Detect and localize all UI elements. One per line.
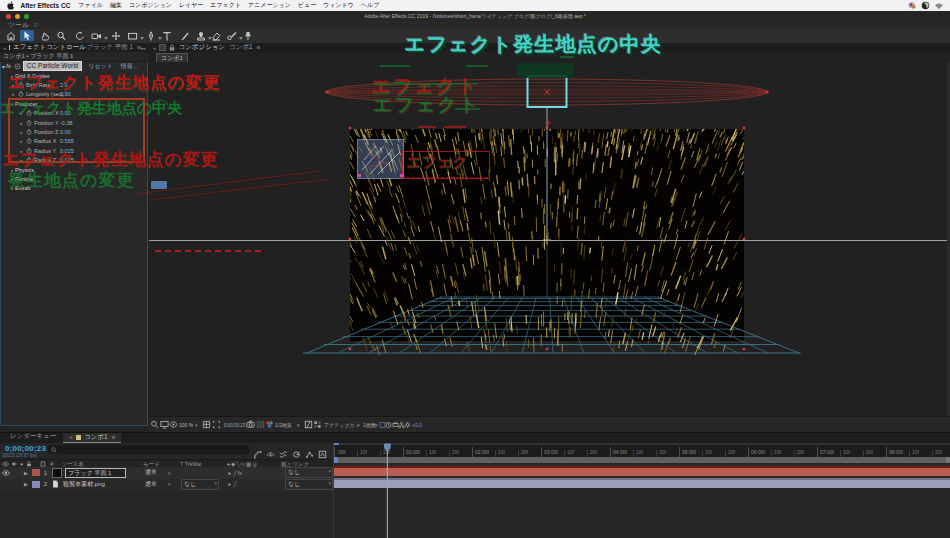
panel-menu-icon[interactable]: ≡ (112, 434, 116, 441)
disclosure-triangle-icon[interactable]: ▸ (19, 111, 24, 116)
layer-name[interactable]: 観覧車素材.png (63, 480, 105, 489)
effect-param-row[interactable]: ▸Radius X0.565 (0, 137, 148, 146)
orbit-tool[interactable] (73, 30, 87, 41)
parent-link-select[interactable]: なし▾ (285, 479, 333, 490)
resolution-select[interactable]: 1/2画質 (275, 422, 292, 429)
puppet-pin-tool[interactable] (241, 30, 255, 41)
camera-tool[interactable] (90, 30, 104, 41)
monitor-icon[interactable] (160, 420, 169, 429)
effect-reset-button[interactable]: リセット (88, 62, 113, 71)
disclosure-triangle-icon[interactable]: ▸ (10, 186, 15, 191)
stopwatch-icon[interactable] (26, 110, 32, 116)
effect-controls-tab-title[interactable]: エフェクトコントロール (13, 43, 86, 52)
disclosure-triangle-icon[interactable]: ▸ (19, 129, 24, 134)
rectangle-tool[interactable] (126, 30, 140, 41)
expand-layer-icon[interactable]: ▶ (24, 470, 28, 476)
effect-param-row[interactable]: ▸Position X0.00 (0, 109, 148, 118)
stopwatch-icon[interactable] (26, 148, 32, 154)
menu-edit[interactable]: 編集 (106, 1, 125, 10)
timeline-comp-tab[interactable]: × コンポ1 ≡ (63, 433, 121, 443)
roto-brush-tool[interactable] (225, 30, 239, 41)
disclosure-triangle-icon[interactable]: ▸ (19, 139, 24, 144)
effect-header-row[interactable]: ▾ fx CC Particle World リセット 情報... (0, 61, 148, 71)
active-camera-select[interactable]: アクティブカ.. (324, 422, 357, 429)
hand-tool[interactable] (39, 30, 53, 41)
stopwatch-icon[interactable] (18, 91, 24, 97)
disclosure-triangle-icon[interactable]: ▸ (19, 148, 24, 153)
always-preview-icon[interactable] (169, 420, 178, 429)
apple-menu-icon[interactable] (7, 1, 16, 11)
effect-group-row[interactable]: ▸Physics (0, 165, 148, 174)
type-tool[interactable] (160, 30, 174, 41)
collapse-effect-icon[interactable]: ▾ (2, 63, 5, 70)
menu-window[interactable]: ウィンドウ (320, 1, 358, 10)
stopwatch-icon[interactable] (26, 138, 32, 144)
panel-overflow-icon[interactable]: ▸▸ (141, 45, 146, 51)
composition-tab-title[interactable]: コンポジション (179, 43, 226, 52)
param-value[interactable]: 0.00 (60, 129, 71, 135)
menu-app-name[interactable]: After Effects CC (16, 2, 75, 9)
layer-label-chip[interactable] (32, 481, 40, 488)
pen-tool[interactable] (144, 30, 158, 41)
disclosure-triangle-icon[interactable]: ▸ (10, 176, 15, 181)
region-of-interest-icon[interactable] (212, 420, 221, 429)
param-value[interactable]: 0.565 (60, 138, 74, 144)
param-value[interactable]: 0.025 (60, 157, 74, 163)
blend-mode-select[interactable]: 通常 (145, 480, 157, 489)
work-area-end-handle[interactable] (946, 457, 950, 463)
effect-param-row[interactable]: ▸Radius Y0.025 (0, 146, 148, 155)
layer-label-chip[interactable] (32, 469, 40, 476)
effect-param-row[interactable]: ▸Position Y-0.38 (0, 118, 148, 127)
menu-view[interactable]: ビュー (294, 1, 319, 10)
disclosure-triangle-icon[interactable]: ▾ (10, 101, 15, 106)
disclosure-triangle-icon[interactable]: ▸ (11, 82, 16, 87)
param-value[interactable]: 0.025 (60, 148, 74, 154)
panel-chevron-icon[interactable]: ◂ (3, 45, 6, 51)
effect-about-button[interactable]: 情報... (121, 62, 138, 71)
menu-animation[interactable]: アニメーション (245, 1, 295, 10)
stopwatch-icon[interactable] (26, 120, 32, 126)
effect-name-field[interactable]: CC Particle World (23, 61, 83, 71)
transparency-grid-icon[interactable] (313, 420, 322, 429)
gear-icon[interactable] (404, 421, 411, 429)
composition-viewport[interactable] (149, 62, 950, 417)
stopwatch-icon[interactable] (26, 129, 32, 135)
disclosure-triangle-icon[interactable]: ▸ (10, 167, 15, 172)
disclosure-triangle-icon[interactable]: ▸ (10, 73, 15, 78)
clone-stamp-tool[interactable] (194, 30, 208, 41)
param-value[interactable]: 1.90 (60, 91, 71, 97)
fast-preview-icon[interactable] (304, 420, 313, 429)
zoom-tool[interactable] (55, 30, 69, 41)
trkmat-select[interactable]: なし▾ (181, 479, 219, 490)
pan-behind-tool[interactable] (109, 30, 123, 41)
layer-row[interactable]: ▶1ブラック 平面 1通常▾♠ ╱ fxなし▾ (0, 467, 333, 479)
render-queue-tab[interactable]: レンダーキュー (0, 432, 63, 443)
panel-chevron-icon[interactable]: ◂ (153, 45, 156, 51)
grid-guides-icon[interactable] (202, 420, 211, 429)
param-value[interactable]: 2.0 (60, 82, 68, 88)
layer-switches[interactable]: ♠ ╱ fx (228, 470, 242, 476)
panel-menu-icon[interactable]: ≡ (257, 44, 261, 51)
layer-visibility-toggle[interactable] (2, 470, 10, 476)
selection-tool[interactable] (20, 30, 34, 41)
eraser-tool[interactable] (209, 30, 223, 41)
menu-composition[interactable]: コンポジション (125, 1, 175, 10)
stopwatch-icon[interactable] (18, 82, 24, 88)
effect-param-row[interactable]: ▸Birth Rate2.0 (0, 80, 148, 89)
producer-center-x-icon[interactable] (545, 90, 550, 95)
effect-group-row[interactable]: ▾Producer (0, 99, 148, 108)
menu-effect[interactable]: エフェクト (207, 1, 245, 10)
layer-duration-bar[interactable] (334, 466, 950, 476)
disclosure-triangle-icon[interactable]: ▸ (11, 92, 16, 97)
exposure-value[interactable]: +0.0 (412, 422, 422, 429)
effect-group-row[interactable]: ▸Particle (0, 174, 148, 183)
menu-layer[interactable]: レイヤー (175, 1, 206, 10)
effect-param-row[interactable]: ▸Radius Z0.025 (0, 156, 148, 165)
timeline-search-field[interactable] (48, 445, 249, 454)
disclosure-triangle-icon[interactable]: ▸ (19, 120, 24, 125)
timeline-ruler[interactable]: :00f10f20f01:00f10f20f02:00f10f20f03:00f… (334, 445, 950, 457)
snapshot-camera-icon[interactable] (246, 420, 255, 429)
menu-file[interactable]: ファイル (75, 1, 107, 10)
layer-duration-bar[interactable] (334, 478, 950, 488)
effect-group-row[interactable]: ▸Grid & Guides (0, 71, 148, 80)
